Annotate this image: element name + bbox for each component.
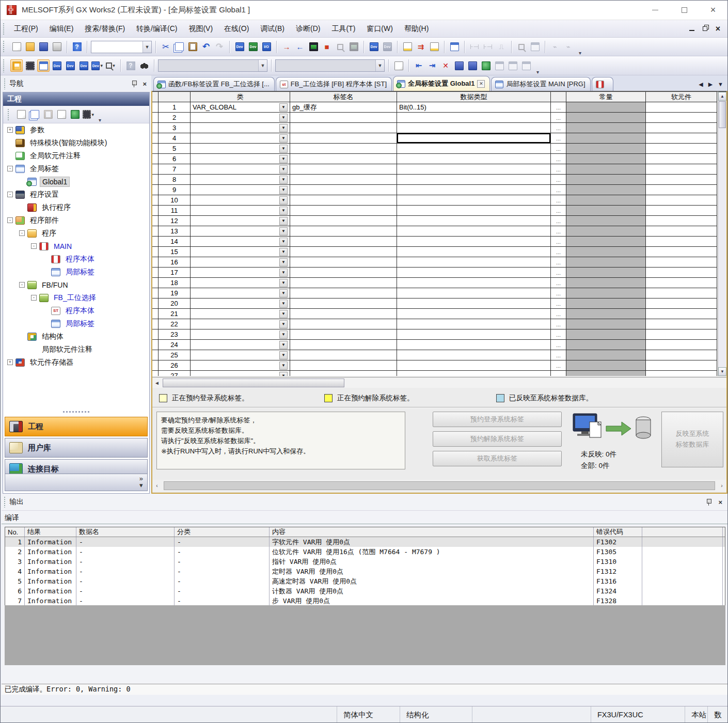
cut-icon[interactable]: ✂ xyxy=(160,41,172,53)
grid-cell-class[interactable]: ▼ xyxy=(191,185,290,195)
new-project-icon[interactable] xyxy=(10,41,23,53)
tree-item-执行程序[interactable]: +执行程序 xyxy=(3,201,149,214)
grid-cell-device[interactable] xyxy=(646,350,717,360)
monitor-stop-icon[interactable]: ■ xyxy=(321,41,333,53)
combo-drop-icon[interactable]: ▼ xyxy=(375,60,384,71)
data-type-browse-icon[interactable]: ... xyxy=(551,237,566,247)
output-close-icon[interactable]: × xyxy=(718,498,722,506)
output-grip[interactable] xyxy=(4,496,6,508)
document-tab-FB_工位选择 [FB] 程[interactable]: stFB_工位选择 [FB] 程序本体 [ST] xyxy=(276,77,392,91)
print-icon[interactable] xyxy=(51,41,63,53)
grid-cell-data-type[interactable] xyxy=(397,175,551,185)
grid-cell-class[interactable]: ▼ xyxy=(191,195,290,206)
grid-cell-device[interactable] xyxy=(646,288,717,298)
tree-item-结构体[interactable]: +结构体 xyxy=(3,330,149,343)
comment-jump-icon[interactable] xyxy=(401,41,414,53)
class-dropdown-icon[interactable]: ▼ xyxy=(279,114,288,122)
doc-hscroll-right-icon[interactable]: › xyxy=(717,481,726,491)
device-zoom-icon[interactable] xyxy=(104,59,117,72)
undo-icon[interactable]: ↶ xyxy=(200,41,212,53)
grid-cell-device[interactable] xyxy=(646,329,717,340)
doc-hscroll-thumb[interactable] xyxy=(164,481,715,490)
data-type-browse-icon[interactable]: ... xyxy=(551,216,566,226)
grid-cell-data-type[interactable] xyxy=(397,288,551,298)
tree-item-软元件存储器[interactable]: +软元件存储器 xyxy=(3,356,149,369)
button-预约登录系统标签[interactable]: 预约登录系统标签 xyxy=(433,412,562,427)
grid-cell-device[interactable] xyxy=(646,133,717,144)
grid-cell-class[interactable]: ▼ xyxy=(191,175,290,185)
grid-cell-data-type[interactable] xyxy=(397,206,551,216)
grid-cell-data-type[interactable] xyxy=(397,371,551,376)
toolbar-overflow-icon[interactable]: ▾ xyxy=(97,117,103,123)
grid-cell-class[interactable]: ▼ xyxy=(191,268,290,278)
nav-more-bar[interactable]: »▾ xyxy=(5,474,148,491)
row-delete-icon[interactable]: ⇥ xyxy=(426,59,438,72)
mdi-restore-button[interactable] xyxy=(703,25,707,33)
menu-搜索/替换F[interactable]: 搜索/替换(F) xyxy=(79,22,131,36)
grid-cell-device[interactable] xyxy=(646,319,717,329)
data-type-browse-icon[interactable]: ... xyxy=(551,133,566,144)
tree-item-特殊模块(智能功能模块)[interactable]: +特殊模块(智能功能模块) xyxy=(3,136,149,149)
tree-item-局部软元件注释[interactable]: +局部软元件注释 xyxy=(3,343,149,356)
button-获取系统标签[interactable]: 获取系统标签 xyxy=(433,451,562,466)
mdi-minimize-button[interactable] xyxy=(689,25,694,33)
convert-all-icon[interactable] xyxy=(507,59,519,72)
grid-cell-label-name[interactable]: gb_缓存 xyxy=(290,102,397,113)
data-type-browse-icon[interactable]: ... xyxy=(551,298,566,309)
data-type-browse-icon[interactable]: ... xyxy=(551,288,566,298)
grid-cell-class[interactable]: ▼ xyxy=(191,164,290,175)
nav-splitter[interactable] xyxy=(3,408,149,415)
class-dropdown-icon[interactable]: ▼ xyxy=(279,320,288,328)
grid-cell-data-type[interactable] xyxy=(397,216,551,226)
output-row-5[interactable]: 5Information--高速定时器 VAR用 使用0点F1316 xyxy=(5,576,725,586)
document-tab[interactable] xyxy=(592,77,613,91)
tree-expand-icon[interactable]: - xyxy=(31,243,37,249)
ladder-coil-icon[interactable]: ⊦⊣ xyxy=(482,41,494,53)
grid-cell-label-name[interactable] xyxy=(290,185,397,195)
class-dropdown-icon[interactable]: ▼ xyxy=(279,207,288,215)
tree-item-Global1[interactable]: +Global1 xyxy=(3,175,149,188)
class-dropdown-icon[interactable]: ▼ xyxy=(279,155,288,163)
delete-row-icon[interactable]: ✕ xyxy=(439,59,452,72)
output-row-4[interactable]: 4Information--定时器 VAR用 使用0点F1312 xyxy=(5,567,725,576)
cross-reference-icon[interactable] xyxy=(138,59,150,72)
ladder-contact-icon[interactable]: ⊦⊣ xyxy=(468,41,481,53)
grid-cell-device[interactable] xyxy=(646,154,717,164)
combo-drop-icon[interactable]: ▼ xyxy=(143,41,151,53)
grid-cell-device[interactable] xyxy=(646,340,717,350)
class-dropdown-icon[interactable]: ▼ xyxy=(279,165,288,174)
tree-item-参数[interactable]: +参数 xyxy=(3,123,149,136)
grid-cell-label-name[interactable] xyxy=(290,144,397,154)
toolbar-combobox[interactable]: ▼ xyxy=(158,59,267,72)
grid-cell-label-name[interactable] xyxy=(290,226,397,237)
grid-horizontal-scrollbar[interactable]: ◄ xyxy=(152,377,726,388)
tree-expand-icon[interactable]: - xyxy=(31,295,37,301)
grid-cell-device[interactable] xyxy=(646,185,717,195)
grid-cell-label-name[interactable] xyxy=(290,237,397,247)
device-display-icon[interactable]: Dev xyxy=(91,59,103,72)
grid-cell-device[interactable] xyxy=(646,164,717,175)
grid-cell-class[interactable]: ▼ xyxy=(191,154,290,164)
grid-cell-class[interactable]: ▼ xyxy=(191,309,290,319)
program-check-icon[interactable] xyxy=(480,59,492,72)
grid-cell-label-name[interactable] xyxy=(290,298,397,309)
project-view-icon[interactable] xyxy=(10,59,23,72)
ladder-pulse-icon[interactable]: ⎍ xyxy=(495,41,508,53)
toolbar-overflow-icon[interactable]: ▾ xyxy=(534,69,541,75)
tree-item-全局软元件注释[interactable]: +全局软元件注释 xyxy=(3,149,149,162)
copy-icon[interactable] xyxy=(173,41,185,53)
work-window-icon[interactable] xyxy=(37,59,50,72)
device-io-icon[interactable]: I/O xyxy=(260,41,273,53)
data-type-browse-icon[interactable]: ... xyxy=(551,340,566,350)
grid-cell-class[interactable]: ▼ xyxy=(191,288,290,298)
data-type-browse-icon[interactable]: ... xyxy=(551,123,566,133)
reflect-to-database-button[interactable]: 反映至系统标签数据库 xyxy=(661,412,723,467)
grid-cell-label-name[interactable] xyxy=(290,340,397,350)
document-horizontal-scrollbar[interactable]: ‹ › xyxy=(152,480,726,492)
class-dropdown-icon[interactable]: ▼ xyxy=(279,351,288,359)
data-type-browse-icon[interactable]: ... xyxy=(551,195,566,206)
menu-视图V[interactable]: 视图(V) xyxy=(183,22,218,36)
grid-cell-class[interactable]: ▼ xyxy=(191,133,290,144)
class-dropdown-icon[interactable]: ▼ xyxy=(279,186,288,194)
grid-cell-label-name[interactable] xyxy=(290,360,397,371)
